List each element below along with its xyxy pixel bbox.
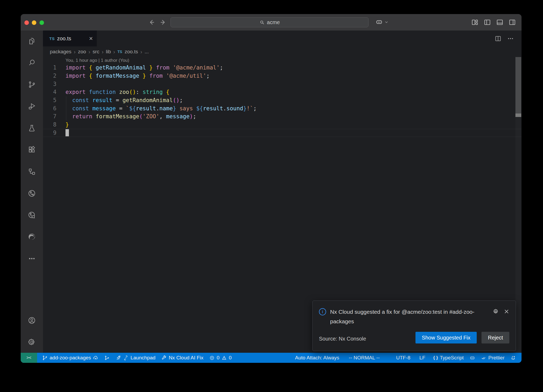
breadcrumb-item[interactable]: zoo	[78, 49, 86, 55]
macos-zoom-button[interactable]	[40, 20, 44, 25]
notification-source: Source: Nx Console	[319, 336, 366, 342]
git-blame-codelens[interactable]: You, 1 hour ago | 1 author (You)	[43, 57, 522, 64]
reject-button[interactable]: Reject	[481, 332, 509, 343]
editor-block-cursor	[65, 129, 69, 136]
nx-cloud-graph-search-icon[interactable]	[25, 209, 38, 221]
notifications-bell-icon[interactable]	[507, 353, 519, 363]
git-branch-item[interactable]: add-zoo-packages	[39, 353, 101, 363]
run-and-debug-icon[interactable]	[25, 100, 38, 113]
code-line[interactable]: 4export function zoo(): string {	[43, 88, 522, 96]
breadcrumb-item[interactable]: packages	[50, 49, 71, 55]
copilot-status-item[interactable]	[467, 353, 478, 363]
typescript-file-icon: TS	[117, 50, 122, 54]
copilot-icon	[470, 355, 475, 361]
toggle-panel-icon[interactable]	[496, 18, 504, 26]
code-line[interactable]: 9	[43, 129, 522, 137]
tab-close-icon[interactable]: ✕	[89, 36, 93, 42]
tab-bar: TS zoo.ts ✕	[43, 31, 522, 46]
code-line[interactable]: 2import { formatMessage } from '@acme/ut…	[43, 72, 522, 80]
double-check-icon	[481, 355, 487, 361]
scrollbar-thumb[interactable]	[515, 57, 521, 115]
navigate-back-icon[interactable]	[148, 18, 156, 26]
breadcrumb-file[interactable]: zoo.ts	[125, 49, 138, 55]
close-icon[interactable]	[503, 308, 510, 315]
toggle-primary-sidebar-icon[interactable]	[483, 18, 491, 26]
notification-message: Nx Cloud suggested a fix for @acme/zoo:t…	[330, 307, 479, 326]
editor-scrollbar[interactable]	[515, 57, 521, 353]
language-mode-item[interactable]: { } TypeScript	[430, 353, 467, 363]
tab-label: zoo.ts	[57, 36, 71, 42]
code-line[interactable]: 3	[43, 80, 522, 88]
testing-beaker-icon[interactable]	[25, 122, 38, 134]
code-lines: 1import { getRandomAnimal } from '@acme/…	[43, 64, 522, 137]
edge-browser-icon[interactable]	[25, 230, 38, 243]
wrench-icon	[161, 355, 167, 361]
problems-item[interactable]: 0 0	[206, 353, 234, 363]
code-line[interactable]: 5 const result = getRandomAnimal();	[43, 96, 522, 104]
launchpad-item[interactable]: Launchpad	[113, 353, 158, 363]
settings-gear-icon[interactable]	[25, 336, 38, 349]
breadcrumb-tail[interactable]: ...	[144, 49, 149, 55]
auto-attach-item[interactable]: Auto Attach: Always	[292, 353, 342, 363]
eol-item[interactable]: LF	[417, 353, 428, 363]
line-number: 6	[43, 105, 56, 112]
references-linked-squares-icon[interactable]	[25, 165, 38, 178]
notification-toast: i Nx Cloud suggested a fix for @acme/zoo…	[312, 300, 516, 351]
breadcrumb-item[interactable]: src	[93, 49, 99, 55]
search-view-icon[interactable]	[25, 56, 38, 69]
breadcrumb-separator: ›	[74, 49, 76, 55]
navigate-forward-icon[interactable]	[159, 18, 167, 26]
tab-zoo-ts[interactable]: TS zoo.ts ✕	[43, 31, 97, 46]
git-branch-icon	[42, 355, 48, 361]
nx-console-icon[interactable]	[25, 187, 38, 200]
show-suggested-fix-button[interactable]: Show Suggested Fix	[415, 332, 477, 343]
code-line[interactable]: 7 return formatMessage('ZOO', message);	[43, 112, 522, 121]
breadcrumb: packages › zoo › src › lib › TS zoo.ts ›…	[43, 46, 522, 57]
indent-guide	[66, 96, 66, 121]
link-icon	[123, 355, 129, 361]
nx-cloud-ai-fix-item[interactable]: Nx Cloud AI Fix	[158, 353, 206, 363]
warning-icon	[221, 355, 227, 361]
overview-ruler-cursor-marker	[515, 114, 521, 117]
encoding-item[interactable]: UTF-8	[393, 353, 413, 363]
command-center-search[interactable]: acme	[170, 17, 369, 27]
search-value: acme	[267, 19, 280, 25]
copilot-menu-button[interactable]	[375, 18, 389, 26]
extensions-icon[interactable]	[25, 143, 38, 156]
more-views-ellipsis-icon[interactable]	[25, 252, 38, 265]
macos-minimize-button[interactable]	[32, 20, 36, 25]
error-icon	[209, 355, 215, 361]
activity-bar	[21, 31, 43, 353]
code-line[interactable]: 1import { getRandomAnimal } from '@acme/…	[43, 64, 522, 72]
source-control-graph-item[interactable]	[101, 353, 113, 363]
search-icon	[259, 20, 265, 25]
split-editor-icon[interactable]	[494, 35, 502, 42]
titlebar: acme	[21, 14, 522, 31]
notification-settings-gear-icon[interactable]	[493, 308, 499, 315]
line-number: 8	[43, 121, 56, 128]
code-line[interactable]: 8}	[43, 121, 522, 129]
typescript-file-icon: TS	[49, 36, 55, 41]
toggle-secondary-sidebar-icon[interactable]	[508, 18, 516, 26]
source-control-icon[interactable]	[25, 78, 38, 91]
accounts-icon[interactable]	[25, 314, 38, 327]
line-number: 2	[43, 73, 56, 79]
vim-mode-indicator[interactable]: -- NORMAL --	[346, 353, 383, 363]
info-icon: i	[319, 308, 326, 315]
rocket-icon	[116, 355, 121, 361]
remote-indicator[interactable]: ><	[21, 353, 37, 363]
explorer-icon[interactable]	[25, 35, 38, 47]
copilot-icon	[375, 18, 383, 26]
customize-layout-icon[interactable]	[471, 18, 479, 26]
line-number: 7	[43, 113, 56, 120]
more-actions-icon[interactable]	[507, 35, 514, 42]
chevron-down-icon	[384, 20, 389, 24]
braces-icon: { }	[433, 355, 438, 360]
breadcrumb-item[interactable]: lib	[106, 49, 111, 55]
line-number: 4	[43, 89, 56, 95]
macos-close-button[interactable]	[24, 20, 29, 25]
breadcrumb-separator: ›	[89, 49, 90, 55]
formatter-item[interactable]: Prettier	[478, 353, 507, 363]
vscode-window: acme	[21, 14, 522, 363]
code-line[interactable]: 6 const message = `${result.name} says $…	[43, 104, 522, 112]
